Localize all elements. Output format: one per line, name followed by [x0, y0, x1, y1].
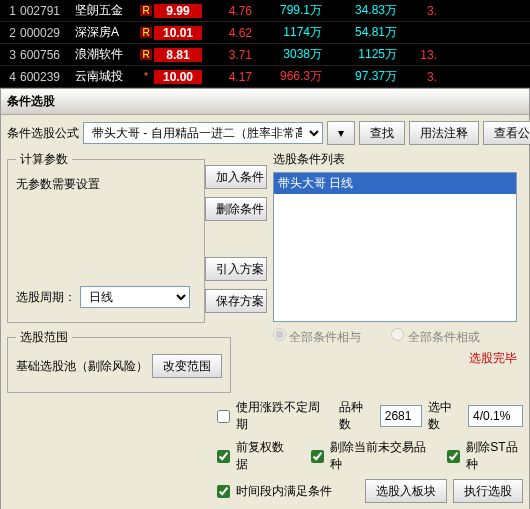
timerange-label: 时间段内满足条件 — [236, 483, 332, 500]
stock-last: 13. — [397, 48, 437, 62]
fq-label: 前复权数据 — [236, 439, 290, 473]
import-scheme-button[interactable]: 引入方案 — [205, 257, 267, 281]
stock-change: 4.17 — [202, 70, 252, 84]
add-condition-button[interactable]: 加入条件 — [205, 165, 267, 189]
star-mark-icon: * — [140, 71, 152, 82]
stock-row[interactable]: 4 600239 云南城投 * 10.00 4.17 966.3万 97.37万… — [0, 66, 530, 88]
stock-price: 10.00 — [154, 70, 202, 84]
stock-amount: 54.81万 — [322, 24, 397, 41]
stock-amount: 97.37万 — [322, 68, 397, 85]
stock-volume: 799.1万 — [252, 2, 322, 19]
stock-volume: 3038万 — [252, 46, 322, 63]
condition-list-label: 选股条件列表 — [273, 151, 517, 168]
dialog-title: 条件选股 — [1, 89, 529, 115]
stock-code: 000029 — [20, 26, 75, 40]
var-period-label: 使用涨跌不定周期 — [236, 399, 327, 433]
stock-name: 坚朗五金 — [75, 2, 140, 19]
stock-change: 4.76 — [202, 4, 252, 18]
stock-code: 600756 — [20, 48, 75, 62]
stock-row[interactable]: 1 002791 坚朗五金 R 9.99 4.76 799.1万 34.83万 … — [0, 0, 530, 22]
formula-select[interactable]: 带头大哥 - 自用精品一进二（胜率非常高） — [83, 122, 323, 144]
change-range-button[interactable]: 改变范围 — [152, 354, 222, 378]
condition-list-item[interactable]: 带头大哥 日线 — [274, 173, 516, 194]
range-fieldset: 选股范围 基础选股池（剔除风险） 改变范围 — [7, 329, 231, 393]
stock-price: 10.01 — [154, 26, 202, 40]
stock-name: 云南城投 — [75, 68, 140, 85]
dropdown-button[interactable]: ▾ — [327, 121, 355, 145]
count-label: 品种数 — [339, 399, 373, 433]
range-legend: 选股范围 — [16, 329, 72, 346]
stock-table: 1 002791 坚朗五金 R 9.99 4.76 799.1万 34.83万 … — [0, 0, 530, 88]
stock-volume: 966.3万 — [252, 68, 322, 85]
r-mark-icon: R — [140, 49, 152, 60]
excl-st-label: 剔除ST品种 — [466, 439, 523, 473]
stock-row[interactable]: 2 000029 深深房A R 10.01 4.62 1174万 54.81万 — [0, 22, 530, 44]
condition-stock-dialog: 条件选股 条件选股公式 带头大哥 - 自用精品一进二（胜率非常高） ▾ 查找 用… — [0, 88, 530, 509]
stock-change: 3.71 — [202, 48, 252, 62]
radio-and[interactable]: 全部条件相与 — [273, 328, 361, 346]
stock-last: 3. — [397, 70, 437, 84]
count-value[interactable] — [380, 405, 422, 427]
stock-amount: 34.83万 — [322, 2, 397, 19]
r-mark-icon: R — [140, 27, 152, 38]
fq-checkbox[interactable] — [217, 450, 230, 463]
stock-code: 002791 — [20, 4, 75, 18]
stock-price: 9.99 — [154, 4, 202, 18]
row-index: 2 — [0, 26, 20, 40]
execute-button[interactable]: 执行选股 — [453, 479, 523, 503]
delete-condition-button[interactable]: 删除条件 — [205, 197, 267, 221]
stock-name: 深深房A — [75, 24, 140, 41]
radio-or[interactable]: 全部条件相或 — [391, 328, 479, 346]
stock-amount: 1125万 — [322, 46, 397, 63]
period-select[interactable]: 日线 — [80, 286, 190, 308]
stock-change: 4.62 — [202, 26, 252, 40]
row-index: 3 — [0, 48, 20, 62]
calc-params-legend: 计算参数 — [16, 151, 72, 168]
calc-params-fieldset: 计算参数 无参数需要设置 选股周期： 日线 — [7, 151, 205, 323]
selected-value[interactable] — [468, 405, 523, 427]
range-pool-label: 基础选股池（剔除风险） — [16, 358, 148, 375]
formula-label: 条件选股公式 — [7, 125, 79, 142]
excl-st-checkbox[interactable] — [447, 450, 460, 463]
period-label: 选股周期： — [16, 289, 76, 306]
r-mark-icon: R — [140, 5, 152, 16]
stock-last: 3. — [397, 4, 437, 18]
stock-row[interactable]: 3 600756 浪潮软件 R 8.81 3.71 3038万 1125万 13… — [0, 44, 530, 66]
row-index: 4 — [0, 70, 20, 84]
status-text: 选股完毕 — [273, 350, 517, 367]
condition-listbox[interactable]: 带头大哥 日线 — [273, 172, 517, 322]
no-params-text: 无参数需要设置 — [16, 176, 196, 286]
stock-name: 浪潮软件 — [75, 46, 140, 63]
row-index: 1 — [0, 4, 20, 18]
timerange-checkbox[interactable] — [217, 485, 230, 498]
view-formula-button[interactable]: 查看公式 — [483, 121, 530, 145]
save-scheme-button[interactable]: 保存方案 — [205, 289, 267, 313]
selected-label: 选中数 — [428, 399, 462, 433]
to-block-button[interactable]: 选股入板块 — [365, 479, 447, 503]
excl-notrade-label: 剔除当前未交易品种 — [330, 439, 427, 473]
find-button[interactable]: 查找 — [359, 121, 405, 145]
excl-notrade-checkbox[interactable] — [311, 450, 324, 463]
usage-button[interactable]: 用法注释 — [409, 121, 479, 145]
var-period-checkbox[interactable] — [217, 410, 230, 423]
stock-price: 8.81 — [154, 48, 202, 62]
stock-code: 600239 — [20, 70, 75, 84]
stock-volume: 1174万 — [252, 24, 322, 41]
